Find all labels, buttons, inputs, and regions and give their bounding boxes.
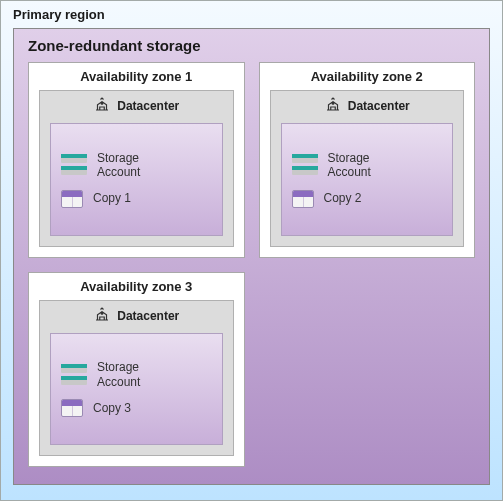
datacenter-label: Datacenter bbox=[348, 99, 410, 113]
datacenter-header: Datacenter bbox=[281, 95, 454, 117]
copy-label: Copy 3 bbox=[93, 401, 131, 415]
svg-point-2 bbox=[101, 312, 103, 314]
storage-account-icon bbox=[292, 154, 318, 176]
copy-row: Copy 3 bbox=[61, 399, 212, 417]
copy-icon bbox=[292, 190, 314, 208]
storage-box: Storage Account Copy 2 bbox=[281, 123, 454, 236]
datacenter-box: Datacenter Storage Account Copy 3 bbox=[39, 300, 234, 457]
datacenter-header: Datacenter bbox=[50, 95, 223, 117]
svg-point-1 bbox=[332, 102, 334, 104]
zone-label: Availability zone 3 bbox=[39, 279, 234, 294]
datacenter-label: Datacenter bbox=[117, 309, 179, 323]
storage-account-label: Storage Account bbox=[97, 151, 140, 180]
storage-account-label: Storage Account bbox=[328, 151, 371, 180]
datacenter-label: Datacenter bbox=[117, 99, 179, 113]
storage-account-icon bbox=[61, 364, 87, 386]
datacenter-icon bbox=[324, 95, 342, 117]
zone-label: Availability zone 1 bbox=[39, 69, 234, 84]
copy-icon bbox=[61, 190, 83, 208]
storage-box: Storage Account Copy 3 bbox=[50, 333, 223, 446]
copy-row: Copy 2 bbox=[292, 190, 443, 208]
zrs-label: Zone-redundant storage bbox=[28, 37, 475, 54]
storage-account-label: Storage Account bbox=[97, 360, 140, 389]
copy-icon bbox=[61, 399, 83, 417]
storage-account-icon bbox=[61, 154, 87, 176]
availability-zone-3: Availability zone 3 Datacenter bbox=[28, 272, 245, 468]
zrs-box: Zone-redundant storage Availability zone… bbox=[13, 28, 490, 485]
datacenter-box: Datacenter Storage Account Copy 2 bbox=[270, 90, 465, 247]
storage-account-row: Storage Account bbox=[61, 151, 212, 180]
storage-account-row: Storage Account bbox=[292, 151, 443, 180]
datacenter-icon bbox=[93, 305, 111, 327]
datacenter-header: Datacenter bbox=[50, 305, 223, 327]
copy-label: Copy 1 bbox=[93, 191, 131, 205]
storage-account-row: Storage Account bbox=[61, 360, 212, 389]
copy-row: Copy 1 bbox=[61, 190, 212, 208]
storage-box: Storage Account Copy 1 bbox=[50, 123, 223, 236]
zone-label: Availability zone 2 bbox=[270, 69, 465, 84]
zones-grid: Availability zone 1 Datacenter bbox=[28, 62, 475, 467]
datacenter-box: Datacenter Storage Account Copy 1 bbox=[39, 90, 234, 247]
availability-zone-1: Availability zone 1 Datacenter bbox=[28, 62, 245, 258]
copy-label: Copy 2 bbox=[324, 191, 362, 205]
datacenter-icon bbox=[93, 95, 111, 117]
svg-point-0 bbox=[101, 102, 103, 104]
primary-region-label: Primary region bbox=[13, 7, 490, 22]
availability-zone-2: Availability zone 2 Datacenter bbox=[259, 62, 476, 258]
primary-region-box: Primary region Zone-redundant storage Av… bbox=[0, 0, 503, 501]
